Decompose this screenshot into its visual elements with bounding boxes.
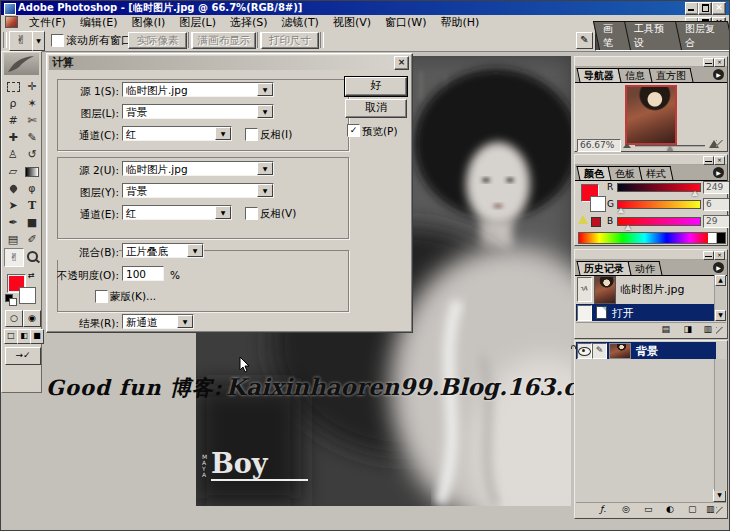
tool-clone-stamp[interactable]: ♙ [4,146,22,163]
history-state-row[interactable]: 打开 [576,304,716,321]
panel-minimize-button[interactable] [703,58,714,67]
panel-resize-grip[interactable] [716,327,727,338]
imageready-button[interactable]: →✓ [5,347,41,365]
background-color-swatch[interactable] [19,287,36,304]
tool-zoom[interactable] [23,248,41,265]
preview-checkbox[interactable]: ✓ [347,124,360,137]
tool-hand[interactable]: ✌ [4,248,24,267]
dialog-title-bar[interactable]: 计算 × [49,56,410,70]
new-set-button[interactable]: ▭ [644,504,653,514]
slider-thumb[interactable] [667,146,673,151]
layer2-select[interactable]: 背景 ▼ [122,183,274,198]
restore-button[interactable] [698,2,712,15]
tool-dodge[interactable]: φ [23,180,41,197]
panel-title-bar[interactable]: × [575,250,727,260]
green-slider[interactable] [617,200,701,209]
new-document-from-state-button[interactable]: ▤ [661,324,670,334]
standard-mode-button[interactable]: ○ [5,310,23,327]
ok-button[interactable]: 好 [345,77,407,96]
tab-info[interactable]: 信息 [618,68,653,82]
tool-gradient[interactable] [23,163,41,180]
menu-image[interactable]: 图像(I) [124,16,172,29]
panel-resize-grip[interactable] [716,140,727,151]
tool-slice[interactable]: ✄ [23,112,41,129]
current-tool-button[interactable]: ✌ [9,31,33,51]
channel2-select[interactable]: 红 ▼ [122,205,232,220]
tab-styles[interactable]: 样式 [639,166,674,180]
adjustment-layer-button[interactable]: ◐ [666,504,674,514]
blend-select[interactable]: 正片叠底 ▼ [122,243,204,258]
red-slider[interactable] [617,183,701,192]
panel-menu-button[interactable]: ▶ [713,69,724,80]
minimize-button[interactable] [685,2,699,15]
tool-eraser[interactable]: ▱ [4,163,22,180]
mask-checkbox[interactable] [95,290,108,303]
tab-histogram[interactable]: 直方图 [649,68,694,82]
tab-navigator[interactable]: 导航器 [577,68,622,82]
panel-menu-button[interactable]: ▶ [713,167,724,178]
gamut-color-swatch[interactable] [591,217,601,227]
menu-view[interactable]: 视图(V) [326,16,378,29]
tab-layer-comps[interactable]: 图层复合 [675,21,730,50]
tool-lasso[interactable]: ρ [4,95,22,112]
snapshot-thumbnail[interactable] [594,276,616,304]
history-brush-well[interactable] [577,305,592,321]
cancel-button[interactable]: 取消 [345,99,407,118]
tool-healing-brush[interactable]: ✚ [4,129,22,146]
panel-close-button[interactable]: × [714,156,725,165]
panel-minimize-button[interactable] [703,156,714,165]
dialog-close-button[interactable]: × [394,56,409,70]
actual-pixels-button[interactable]: 实际像素 [128,32,187,49]
quick-mask-button[interactable]: ◉ [23,310,41,327]
options-grip[interactable] [3,32,7,48]
history-snapshot-row[interactable]: ᝰ 临时图片.jpg [576,275,716,303]
blue-slider[interactable] [617,217,701,226]
blue-value-field[interactable]: 29 [703,215,730,228]
swap-colors-icon[interactable]: ⇄ [28,271,35,280]
panel-close-button[interactable]: × [714,58,725,67]
menu-help[interactable]: 帮助(H) [433,16,486,29]
brush-well-icon[interactable]: ✎ [576,32,593,49]
tool-brush[interactable]: ✎ [23,129,41,146]
menu-filter[interactable]: 滤镜(T) [275,16,326,29]
tool-notes[interactable]: ▤ [4,231,22,248]
menu-select[interactable]: 选择(S) [223,16,275,29]
tab-swatches[interactable]: 色板 [608,166,643,180]
panel-title-bar[interactable]: × [575,57,727,67]
panel-minimize-button[interactable] [703,251,714,260]
gamut-warning-icon[interactable] [578,215,588,224]
scroll-all-windows-checkbox[interactable] [51,34,64,47]
tool-shape[interactable]: ■ [23,214,41,231]
tab-actions[interactable]: 动作 [628,261,663,275]
layer1-select[interactable]: 背景 ▼ [122,104,274,119]
panel-title-bar[interactable]: × [575,155,727,165]
menu-layer[interactable]: 图层(L) [172,16,223,29]
result-select[interactable]: 新通道 ▼ [122,314,194,329]
menu-edit[interactable]: 编辑(E) [73,16,125,29]
new-snapshot-button[interactable]: ◨ [683,324,692,334]
screen-full-button[interactable]: ■ [30,329,44,344]
tool-crop[interactable]: # [4,112,22,129]
tab-color[interactable]: 颜色 [577,166,612,180]
layers-scrollbar[interactable] [714,359,726,491]
panel-resize-grip[interactable] [716,507,727,518]
zoom-percent-field[interactable]: 66.67% [577,139,621,152]
delete-state-button[interactable]: ▥ [703,324,712,334]
add-mask-button[interactable]: ◎ [622,504,630,514]
tab-tool-presets[interactable]: 工具预设 [624,21,683,50]
scroll-down-button[interactable]: ▼ [715,310,726,321]
invert2-checkbox[interactable] [245,207,258,220]
tool-path-select[interactable]: ➤ [4,197,22,214]
layer-thumbnail[interactable] [609,343,631,359]
layer-link-cell[interactable]: ✎ [592,343,607,359]
tab-history[interactable]: 历史记录 [577,261,632,275]
tool-blur[interactable] [4,180,22,197]
panel-menu-button[interactable]: ▶ [713,262,724,273]
color-ramp[interactable] [578,232,726,244]
tool-move[interactable]: ✛ [23,78,41,95]
green-slider-thumb[interactable] [618,208,624,213]
tool-preset-dropdown[interactable]: ▼ [32,31,45,51]
opacity-input[interactable]: 100 [122,266,164,281]
history-scrollbar[interactable]: ▲ ▼ [714,275,726,321]
tool-pen[interactable]: ✒ [4,214,22,231]
